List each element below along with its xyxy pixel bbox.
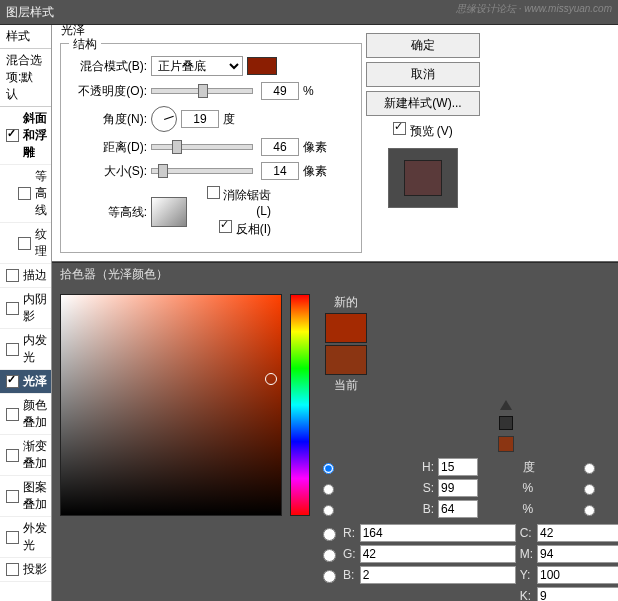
styles-header: 样式 [0,25,51,49]
style-item-inner-glow[interactable]: 内发光 [0,329,51,370]
distance-input[interactable] [261,138,299,156]
structure-fieldset: 光泽 结构 混合模式(B): 正片叠底 不透明度(O): % 角度(N): 度 … [60,43,362,253]
new-color-swatch [325,313,367,343]
angle-dial[interactable] [151,106,177,132]
c-input[interactable] [537,524,618,542]
style-item-outer-glow[interactable]: 外发光 [0,517,51,558]
picker-title: 拾色器（光泽颜色） [52,262,618,286]
checkbox-icon[interactable] [6,269,19,282]
angle-label: 角度(N): [71,111,147,128]
warning-icon[interactable] [500,400,512,410]
checkbox-icon[interactable] [6,531,19,544]
style-item-inner-shadow[interactable]: 内阴影 [0,288,51,329]
styles-list: 样式 混合选项:默认 斜面和浮雕 等高线 纹理 描边 内阴影 内发光 光泽 颜色… [0,25,52,601]
bv-radio[interactable] [323,505,334,516]
blend-mode-select[interactable]: 正片叠底 [151,56,243,76]
h-input[interactable] [438,458,478,476]
b-radio[interactable] [584,505,595,516]
bc-radio[interactable] [323,570,336,583]
s-radio[interactable] [323,484,334,495]
checkbox-icon[interactable] [6,449,19,462]
checkbox-icon[interactable] [18,237,31,250]
checkbox-icon[interactable] [6,408,19,421]
preview-checkbox[interactable]: 预览 (V) [366,122,480,140]
checkbox-icon[interactable] [393,122,406,135]
r-radio[interactable] [323,528,336,541]
h-radio[interactable] [323,463,334,474]
color-field[interactable] [60,294,282,516]
ok-button[interactable]: 确定 [366,33,480,58]
distance-unit: 像素 [303,139,327,156]
preview-swatch [404,160,442,196]
antialias-checkbox[interactable]: 消除锯齿(L) [195,186,271,218]
cube-icon[interactable] [499,416,513,430]
checkbox-icon[interactable] [6,129,19,142]
contour-label: 等高线: [71,204,147,221]
fieldset-label: 结构 [69,36,101,53]
size-unit: 像素 [303,163,327,180]
checkbox-icon[interactable] [6,490,19,503]
angle-input[interactable] [181,110,219,128]
new-style-button[interactable]: 新建样式(W)... [366,91,480,116]
a-radio[interactable] [584,484,595,495]
checkbox-icon[interactable] [219,220,232,233]
blend-mode-label: 混合模式(B): [71,58,147,75]
cancel-button[interactable]: 取消 [366,62,480,87]
style-item-drop-shadow[interactable]: 投影 [0,558,51,582]
bc-input[interactable] [360,566,516,584]
style-item-stroke[interactable]: 描边 [0,264,51,288]
opacity-unit: % [303,84,314,98]
g-radio[interactable] [323,549,336,562]
angle-unit: 度 [223,111,235,128]
dialog-title: 图层样式 [6,4,54,21]
distance-label: 距离(D): [71,139,147,156]
distance-slider[interactable] [151,144,253,150]
blend-options-heading[interactable]: 混合选项:默认 [0,49,51,107]
current-label: 当前 [334,377,358,394]
checkbox-icon[interactable] [6,563,19,576]
s-input[interactable] [438,479,478,497]
opacity-label: 不透明度(O): [71,83,147,100]
style-item-bevel[interactable]: 斜面和浮雕 [0,107,51,165]
color-swatch[interactable] [247,57,277,75]
opacity-slider[interactable] [151,88,253,94]
l-radio[interactable] [584,463,595,474]
watermark-text: 思缘设计论坛 · www.missyuan.com [456,2,612,16]
size-slider[interactable] [151,168,253,174]
checkbox-icon[interactable] [6,375,19,388]
style-item-texture[interactable]: 纹理 [0,223,51,264]
color-fields: H:度 L: S:% a: B:% b: [318,458,618,518]
bv-input[interactable] [438,500,478,518]
y-input[interactable] [537,566,618,584]
checkbox-icon[interactable] [18,187,31,200]
checkbox-icon[interactable] [207,186,220,199]
size-input[interactable] [261,162,299,180]
style-item-gradient-overlay[interactable]: 渐变叠加 [0,435,51,476]
checkbox-icon[interactable] [6,302,19,315]
r-input[interactable] [360,524,516,542]
current-color-swatch[interactable] [325,345,367,375]
new-label: 新的 [334,294,358,311]
contour-picker[interactable] [151,197,187,227]
preview-box [388,148,458,208]
hue-slider[interactable] [290,294,310,516]
invert-checkbox[interactable]: 反相(I) [195,220,271,238]
style-item-color-overlay[interactable]: 颜色叠加 [0,394,51,435]
k-input[interactable] [537,587,618,601]
opacity-input[interactable] [261,82,299,100]
small-swatch-icon[interactable] [498,436,514,452]
m-input[interactable] [537,545,618,563]
g-input[interactable] [360,545,516,563]
style-item-contour[interactable]: 等高线 [0,165,51,223]
size-label: 大小(S): [71,163,147,180]
color-cursor-icon[interactable] [265,373,277,385]
style-item-satin[interactable]: 光泽 [0,370,51,394]
style-item-pattern-overlay[interactable]: 图案叠加 [0,476,51,517]
checkbox-icon[interactable] [6,343,19,356]
